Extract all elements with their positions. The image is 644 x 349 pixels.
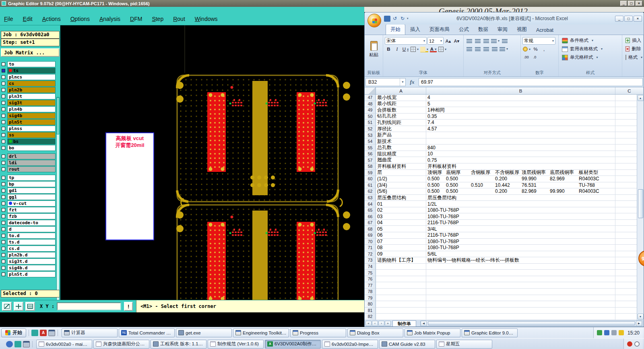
- cell-B82[interactable]: [426, 314, 615, 320]
- first-sheet-icon[interactable]: «: [365, 321, 372, 326]
- cell-C51[interactable]: [615, 120, 637, 126]
- scroll-down-icon[interactable]: ▼: [638, 314, 644, 320]
- tray-icon-app[interactable]: [627, 341, 632, 347]
- row-header-82[interactable]: 82: [365, 314, 376, 320]
- fill-color-button[interactable]: [420, 45, 429, 53]
- office-button[interactable]: [367, 14, 381, 27]
- layer-row-bs[interactable]: bs: [0, 138, 60, 145]
- merge-center-button[interactable]: [499, 45, 508, 52]
- taskbar-button[interactable]: Engineering Toolkit 9...: [233, 328, 289, 337]
- tray-icon-antivirus[interactable]: [597, 330, 602, 335]
- scroll-up-icon[interactable]: ▲: [638, 95, 644, 101]
- row-header-52[interactable]: 52: [365, 126, 376, 132]
- layer-checkbox[interactable]: [2, 101, 5, 105]
- layer-checkbox[interactable]: [2, 253, 5, 257]
- layer-row-pln2b[interactable]: pln2b: [0, 87, 60, 93]
- percent-button[interactable]: %: [532, 45, 539, 53]
- layer-checkbox[interactable]: [2, 82, 5, 85]
- layer-checkbox[interactable]: [2, 140, 5, 143]
- last-sheet-icon[interactable]: »: [385, 321, 391, 326]
- cell-B49[interactable]: 1种相同: [426, 107, 615, 114]
- cell-A68[interactable]: 05: [376, 226, 426, 232]
- cell-A49[interactable]: 合拼板数: [376, 107, 426, 114]
- cell-A75[interactable]: [376, 270, 426, 276]
- layer-checkbox[interactable]: [2, 95, 5, 98]
- layer-row-sig4b.d[interactable]: sig4b.d: [0, 264, 60, 271]
- cell-C65[interactable]: [615, 207, 637, 214]
- cell-C73[interactable]: [615, 257, 637, 264]
- cell-B59[interactable]: 顶铜厚底铜厚含铜板厚不含铜板厚顶层残铜率底层残铜率板材类型: [426, 170, 615, 176]
- layer-checkbox[interactable]: [2, 247, 5, 250]
- cell-A67[interactable]: 04: [376, 220, 426, 226]
- layer-checkbox[interactable]: [2, 240, 5, 244]
- row-header-63[interactable]: 63: [365, 195, 376, 201]
- layer-checkbox[interactable]: [2, 88, 5, 92]
- layer-row-plnss[interactable]: plnss: [0, 125, 60, 132]
- cell-C82[interactable]: [615, 314, 637, 320]
- conditional-formatting-button[interactable]: 条件格式: [560, 36, 620, 45]
- shrink-font-button[interactable]: A▾: [453, 37, 460, 45]
- layer-row-ss[interactable]: ss: [0, 132, 60, 138]
- cell-A56[interactable]: 阻抗精度: [376, 151, 426, 157]
- pdf-icon[interactable]: A: [40, 330, 47, 336]
- cell-A72[interactable]: 09: [376, 251, 426, 258]
- layer-row-d[interactable]: d: [0, 226, 60, 232]
- layer-row-to.d[interactable]: to.d: [0, 232, 60, 239]
- prev-sheet-icon[interactable]: ‹: [372, 321, 378, 326]
- phonetic-guide-button[interactable]: [438, 45, 447, 53]
- layer-checkbox[interactable]: [2, 69, 5, 72]
- format-as-table-button[interactable]: 套用表格格式: [560, 45, 620, 53]
- cell-B48[interactable]: 5: [426, 101, 615, 107]
- xy-input[interactable]: [57, 302, 121, 310]
- cell-A52[interactable]: 厚径比: [376, 126, 426, 132]
- underline-button[interactable]: U: [402, 45, 409, 53]
- row-header-48[interactable]: 48: [365, 101, 376, 107]
- tray-icon-volume[interactable]: [611, 330, 617, 335]
- layer-row-sig4b[interactable]: sig4b: [0, 112, 60, 119]
- column-header-B[interactable]: B: [426, 87, 615, 94]
- layer-row-drl[interactable]: drl: [0, 153, 60, 159]
- ribbon-tab-插入[interactable]: 插入: [406, 25, 425, 35]
- row-header-53[interactable]: 53: [365, 132, 376, 138]
- layer-checkbox[interactable]: [2, 75, 5, 79]
- row-header-58[interactable]: 58: [365, 163, 376, 170]
- cell-A61[interactable]: (3/4): [376, 182, 426, 189]
- layer-row-fzb[interactable]: fzb: [0, 213, 60, 219]
- layer-checkbox[interactable]: [2, 146, 5, 150]
- next-sheet-icon[interactable]: ›: [378, 321, 384, 326]
- cell-C63[interactable]: [615, 195, 637, 201]
- cell-C76[interactable]: [615, 276, 637, 283]
- layer-row-gg1[interactable]: gg1: [0, 194, 60, 200]
- cell-A57[interactable]: 翘曲度: [376, 157, 426, 163]
- grid-tool-button[interactable]: [25, 302, 35, 311]
- cell-A80[interactable]: [376, 301, 426, 308]
- row-header-74[interactable]: 74: [365, 264, 376, 270]
- layer-checkbox[interactable]: [2, 167, 5, 171]
- layer-list-scrollbar[interactable]: [56, 97, 60, 308]
- cell-A73[interactable]: 请购物料【工序】: [376, 257, 426, 264]
- cell-B81[interactable]: [426, 308, 615, 314]
- cell-A70[interactable]: 07: [376, 239, 426, 245]
- layer-checkbox[interactable]: [2, 62, 5, 66]
- row-header-70[interactable]: 70: [365, 239, 376, 245]
- font-color-button[interactable]: A: [429, 45, 437, 53]
- row-header-51[interactable]: 51: [365, 120, 376, 126]
- layer-checkbox[interactable]: [2, 120, 5, 124]
- layer-row-pln5t.d[interactable]: pln5t.d: [0, 271, 60, 277]
- cell-A55[interactable]: 总孔数: [376, 145, 426, 151]
- layer-row-cs.d[interactable]: cs.d: [0, 245, 60, 252]
- job-matrix-button[interactable]: Job Matrix ...: [1, 48, 60, 57]
- name-box[interactable]: B32 ▼: [365, 78, 406, 86]
- row-header-76[interactable]: 76: [365, 276, 376, 283]
- alert-button[interactable]: !: [124, 302, 133, 311]
- cell-C71[interactable]: [615, 245, 637, 251]
- layer-checkbox[interactable]: [2, 176, 5, 180]
- app-shortcut-icon[interactable]: [14, 341, 21, 347]
- vertical-scrollbar[interactable]: ▲ ▼: [637, 95, 644, 320]
- cell-C53[interactable]: [615, 132, 637, 138]
- tray-icon-network[interactable]: [604, 330, 609, 335]
- ribbon-tab-公式[interactable]: 公式: [454, 25, 473, 35]
- name-box-dropdown-icon[interactable]: ▼: [400, 78, 405, 86]
- cell-C49[interactable]: [615, 107, 637, 114]
- taskbar-button[interactable]: Dialog Box: [347, 328, 403, 337]
